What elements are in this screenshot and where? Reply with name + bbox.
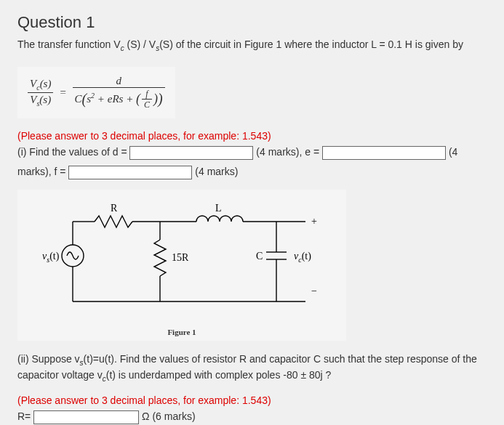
- label-L: L: [215, 203, 222, 214]
- input-R[interactable]: [33, 410, 139, 424]
- input-d[interactable]: [129, 146, 253, 160]
- label-R: R: [111, 203, 118, 214]
- label-vc: vc(t): [294, 251, 311, 264]
- label-15R: 15R: [172, 252, 189, 263]
- minus-terminal: −: [311, 286, 317, 296]
- part-i-line-1: (i) Find the values of d = (4 marks), e …: [17, 143, 487, 161]
- precision-instruction-2: (Please answer to 3 decimal places, for …: [17, 394, 487, 406]
- figure-caption: Figure 1: [29, 328, 335, 336]
- input-e[interactable]: [322, 146, 446, 160]
- circuit-figure: R L 15R C + − vs(t) vc(t) Figure 1: [17, 190, 346, 341]
- label-vs: vs(t): [42, 251, 60, 264]
- precision-instruction-1: (Please answer to 3 decimal places, for …: [17, 130, 487, 142]
- circuit-diagram: R L 15R C + − vs(t) vc(t): [29, 200, 335, 323]
- R-line: R= Ω (6 marks): [17, 408, 487, 425]
- input-f[interactable]: [68, 166, 192, 179]
- question-title: Question 1: [17, 13, 487, 32]
- label-C: C: [256, 251, 263, 262]
- transfer-function-formula: Vc(s) Vs(s) = d C(s2 + eRs + (fC)): [17, 67, 175, 118]
- part-i-line-2: marks), f = (4 marks): [17, 163, 487, 181]
- plus-terminal: +: [311, 216, 317, 227]
- question-prompt: The transfer function Vc (S) / Vs(S) of …: [17, 38, 487, 54]
- part-ii-text: (ii) Suppose vs(t)=u(t). Find the values…: [17, 352, 487, 384]
